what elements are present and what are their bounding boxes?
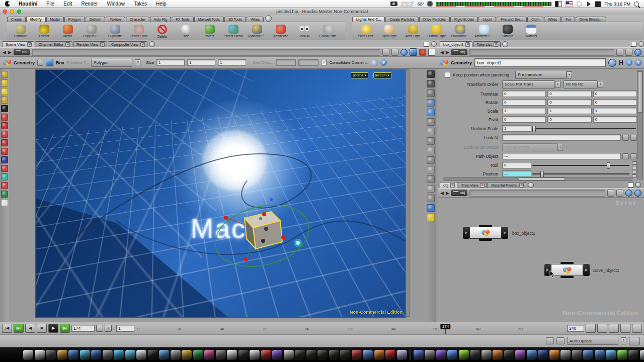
- viewport-tool-icon[interactable]: [1, 97, 8, 104]
- menubar-temperature[interactable]: 68°: [418, 2, 425, 7]
- network-canvas[interactable]: Scene box_object1 curv: [438, 198, 644, 322]
- dock-app-icon[interactable]: [470, 350, 480, 360]
- op-ref-buttons[interactable]: [622, 135, 637, 141]
- translate-y-input[interactable]: 0: [547, 90, 591, 97]
- display-option-icon[interactable]: [427, 147, 435, 154]
- display-option-icon[interactable]: [427, 214, 435, 221]
- tool-hide[interactable]: Hide: [174, 25, 198, 38]
- display-option-icon[interactable]: [427, 204, 435, 212]
- dock-app-icon[interactable]: [595, 350, 605, 360]
- dock-app-icon[interactable]: [46, 350, 56, 360]
- shelf-tab-maxwell[interactable]: Maxwell Tools: [194, 17, 224, 22]
- viewport-scrollbar[interactable]: [406, 69, 410, 317]
- viewport-tool-icon[interactable]: [1, 148, 8, 155]
- dock-app-icon[interactable]: [80, 350, 90, 360]
- size-z-input[interactable]: 1: [218, 59, 246, 66]
- shelf-tab-drive-simula[interactable]: Drive Simula...: [576, 17, 607, 22]
- scale-x-input[interactable]: 1: [502, 108, 546, 114]
- roll-input[interactable]: 0: [502, 162, 531, 168]
- pane-options-icon[interactable]: [635, 182, 641, 188]
- viewport-tool-icon[interactable]: [1, 199, 8, 206]
- globe-icon[interactable]: [400, 49, 408, 56]
- playbar-options-icon[interactable]: [632, 324, 642, 333]
- menu-houdini[interactable]: Houdini: [14, 1, 42, 7]
- pane-menu-button[interactable]: [149, 41, 155, 47]
- pane-options-icon[interactable]: [431, 41, 437, 47]
- play-button[interactable]: ▶: [48, 324, 58, 333]
- close-tab-icon[interactable]: ✕: [480, 183, 485, 188]
- camera-selector[interactable]: persp1 ▾: [351, 72, 368, 78]
- shelf-tab-autorig[interactable]: Auto Rig: [150, 17, 172, 22]
- shelf-tab-liquid[interactable]: Liquid: [478, 17, 496, 22]
- input-language-flag-icon[interactable]: [566, 1, 573, 7]
- display-option-icon[interactable]: [427, 166, 435, 173]
- node-body[interactable]: [469, 227, 502, 239]
- tab-render-view[interactable]: Render View✕: [73, 41, 107, 47]
- tool-spot-light[interactable]: Spot Light: [377, 25, 401, 38]
- dock-app-icon[interactable]: [425, 350, 435, 360]
- dock-app-icon[interactable]: [617, 350, 627, 360]
- shelf-tab-create[interactable]: Create: [7, 17, 26, 22]
- dock-app-icon[interactable]: [125, 350, 135, 360]
- tool-dynamic-parent[interactable]: Dynamic P...: [245, 25, 269, 38]
- translate-x-input[interactable]: 0: [502, 90, 546, 97]
- viewport-tool-icon[interactable]: [1, 139, 8, 146]
- close-tab-icon[interactable]: ✕: [140, 42, 145, 47]
- menu-help[interactable]: Help: [151, 1, 171, 7]
- stop-button[interactable]: ■: [37, 324, 47, 333]
- node-input-connector[interactable]: [560, 262, 574, 264]
- globe-icon[interactable]: [625, 190, 632, 197]
- dock-app-icon[interactable]: [57, 350, 67, 360]
- dock-app-icon[interactable]: [272, 350, 282, 360]
- shelf-tab-modify[interactable]: Modify: [26, 17, 46, 22]
- istat-icon[interactable]: [595, 1, 601, 7]
- shelf-tab-lights[interactable]: Lights And C...: [352, 17, 385, 22]
- dock-app-icon[interactable]: [317, 350, 328, 360]
- playhead[interactable]: 174: [441, 324, 450, 329]
- display-option-icon[interactable]: [427, 185, 435, 193]
- shelf-tab-fur[interactable]: Fur: [561, 17, 575, 22]
- dock-app-icon[interactable]: [504, 350, 514, 360]
- dock-app-icon[interactable]: [68, 350, 78, 360]
- display-option-icon[interactable]: [427, 128, 435, 135]
- ladder-icon[interactable]: [632, 161, 637, 169]
- frame-decrement-button[interactable]: −: [96, 325, 103, 332]
- tool-environment-light[interactable]: Environme...: [448, 25, 472, 38]
- current-frame-input[interactable]: 174: [71, 325, 95, 332]
- character-filter-icon[interactable]: [419, 49, 426, 56]
- close-tab-icon[interactable]: ✕: [465, 42, 470, 47]
- dock-app-icon[interactable]: [549, 350, 559, 360]
- tool-camera[interactable]: Camera: [496, 25, 519, 38]
- tab-box-object1[interactable]: box_object1✕: [440, 41, 472, 47]
- timeline[interactable]: 124487296120144168192216 174: [139, 323, 562, 333]
- pane-menu-button[interactable]: [502, 41, 508, 47]
- close-tab-icon[interactable]: ✕: [450, 183, 455, 188]
- node-output-connector[interactable]: [479, 238, 492, 241]
- display-option-icon[interactable]: [427, 109, 435, 116]
- viewport-tool-icon[interactable]: [1, 71, 8, 78]
- display-option-icon[interactable]: [427, 99, 435, 107]
- translate-z-input[interactable]: 0: [593, 90, 637, 97]
- pane-options-icon[interactable]: [638, 41, 644, 47]
- spinner-icon[interactable]: ⇕: [598, 81, 603, 88]
- uniform-scale-input[interactable]: 1: [502, 125, 531, 132]
- display-option-icon[interactable]: [427, 195, 435, 202]
- menu-file[interactable]: File: [42, 1, 59, 7]
- shelf-tab-fire[interactable]: Fire and Sm...: [497, 17, 527, 22]
- ladder-icon[interactable]: [632, 170, 637, 178]
- viewport-tool-icon[interactable]: [1, 182, 8, 189]
- keep-position-checkbox[interactable]: [445, 72, 450, 77]
- size-x-input[interactable]: 1: [156, 59, 185, 66]
- scale-z-input[interactable]: 1: [593, 108, 637, 114]
- go-to-start-button[interactable]: |◀: [2, 324, 12, 333]
- dock-app-icon[interactable]: [227, 350, 237, 360]
- cook-cancel-button[interactable]: [629, 337, 640, 345]
- help-icon[interactable]: ?: [380, 59, 387, 66]
- play-backward-button[interactable]: ◀: [25, 324, 35, 333]
- dock-app-icon[interactable]: [23, 350, 33, 360]
- dock-app-icon[interactable]: [397, 350, 407, 360]
- dock-app-icon[interactable]: [481, 350, 492, 360]
- frame-increment-button[interactable]: +: [105, 325, 112, 332]
- dock-app-icon[interactable]: [306, 350, 316, 360]
- shelf-tab-deform[interactable]: Deform: [86, 17, 105, 22]
